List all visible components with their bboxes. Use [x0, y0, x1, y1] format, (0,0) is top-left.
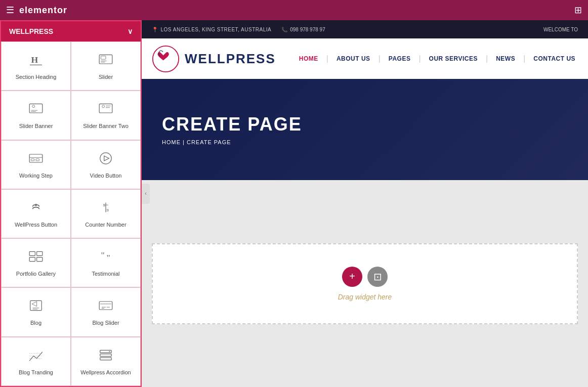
widgets-grid: HSection HeadingSliderSlider BannerSlide… [1, 41, 141, 386]
hero-breadcrumb: HOME | CREATE PAGE [162, 139, 568, 145]
svg-text:H: H [31, 55, 38, 65]
nav-link-home[interactable]: HOME [291, 55, 326, 62]
svg-rect-25 [29, 252, 35, 256]
canvas-area: + ⊡ Drag widget here [142, 180, 588, 387]
breadcrumb-home[interactable]: HOME [162, 139, 181, 145]
add-widget-button[interactable]: + [342, 267, 362, 287]
svg-point-11 [102, 105, 105, 108]
section-heading-label: Section Heading [16, 73, 57, 80]
svg-rect-46 [100, 354, 111, 356]
brand-logo-icon [152, 45, 180, 73]
svg-rect-10 [99, 104, 112, 113]
phone-text: 098 978 978 97 [290, 27, 325, 32]
wellpress-accordion-icon [98, 347, 114, 366]
brand: WELLPRESS [152, 45, 276, 73]
phone-info: 📞 098 978 978 97 [281, 27, 325, 32]
section-heading-icon: H [28, 52, 44, 70]
video-button-icon [98, 150, 114, 169]
widget-slider-banner-two[interactable]: Slider Banner Two [71, 91, 141, 140]
widget-wellpress-button[interactable]: WellPress Button [1, 189, 71, 238]
phone-icon: 📞 [281, 27, 287, 32]
blog-tranding-icon [28, 347, 44, 366]
main-layout: WELLPRESS ∨ HSection HeadingSliderSlider… [0, 20, 588, 387]
svg-rect-26 [37, 252, 43, 256]
nav-links: HOME|ABOUT US|PAGES|OUR SERVICES|NEWS|CO… [291, 54, 583, 63]
wellpress-button-label: WellPress Button [15, 221, 57, 228]
drag-text-pre: Drag [338, 293, 355, 301]
working-step-label: Working Step [19, 172, 53, 179]
drop-zone[interactable]: + ⊡ Drag widget here [152, 243, 578, 324]
svg-marker-19 [104, 156, 109, 161]
hero-title: CREATE PAGE [162, 114, 568, 135]
location-pin-icon: 📍 [152, 27, 158, 32]
widget-working-step[interactable]: Working Step [1, 140, 71, 189]
slider-banner-two-label: Slider Banner Two [83, 122, 129, 130]
blog-icon [28, 297, 44, 316]
blog-label: Blog [30, 319, 41, 326]
location-text: LOS ANGELES, KING STREET, AUSTRALIA [161, 27, 272, 32]
nav-link-pages[interactable]: PAGES [381, 55, 419, 62]
slider-banner-icon [28, 101, 44, 119]
svg-point-18 [100, 152, 111, 163]
slider-banner-two-icon [98, 101, 114, 119]
breadcrumb-current: CREATE PAGE [187, 139, 231, 145]
portfolio-gallery-icon [28, 248, 44, 267]
drop-buttons: + ⊡ [342, 267, 388, 287]
widget-slider-banner[interactable]: Slider Banner [1, 91, 71, 140]
svg-line-41 [37, 352, 43, 358]
folder-button[interactable]: ⊡ [367, 267, 388, 287]
sidebar: WELLPRESS ∨ HSection HeadingSliderSlider… [0, 20, 142, 387]
website-topbar: 📍 LOS ANGELES, KING STREET, AUSTRALIA 📞 … [142, 20, 588, 38]
svg-rect-34 [99, 302, 112, 310]
svg-rect-28 [37, 257, 43, 262]
widget-testimonial[interactable]: ""Testimonial [71, 238, 141, 287]
sidebar-header: WELLPRESS ∨ [1, 21, 141, 41]
nav-link-contact-us[interactable]: CONTACT US [525, 55, 583, 62]
svg-line-40 [33, 356, 36, 358]
widget-blog-tranding[interactable]: Blog Tranding [1, 337, 71, 386]
counter-number-label: Counter Number [85, 221, 126, 228]
testimonial-label: Testimonial [92, 270, 119, 277]
nav-link-our-services[interactable]: OUR SERVICES [421, 55, 486, 62]
counter-number-icon: 91 [98, 199, 114, 218]
video-button-label: Video Button [90, 172, 122, 179]
slider-icon [98, 52, 114, 70]
nav-bar: WELLPRESS HOME|ABOUT US|PAGES|OUR SERVIC… [142, 38, 588, 79]
slider-label: Slider [99, 73, 113, 80]
svg-rect-14 [29, 154, 43, 162]
collapse-handle[interactable]: ‹ [142, 184, 150, 204]
widget-wellpress-accordion[interactable]: Wellpress Accordion [71, 337, 141, 386]
widget-slider[interactable]: Slider [71, 41, 141, 91]
svg-line-49 [109, 352, 110, 352]
elementor-logo: elementor [19, 5, 67, 16]
widget-blog[interactable]: Blog [1, 287, 71, 336]
location-info: 📍 LOS ANGELES, KING STREET, AUSTRALIA [152, 27, 271, 32]
slider-banner-label: Slider Banner [19, 122, 53, 130]
svg-rect-17 [36, 158, 39, 160]
widget-counter-number[interactable]: 91Counter Number [71, 189, 141, 238]
brand-name: WELLPRESS [185, 51, 276, 67]
svg-text:1: 1 [103, 203, 105, 207]
svg-text:": " [107, 252, 110, 263]
testimonial-icon: "" [98, 248, 114, 267]
widget-section-heading[interactable]: HSection Heading [1, 41, 71, 91]
widget-video-button[interactable]: Video Button [71, 140, 141, 189]
sidebar-title: WELLPRESS [9, 27, 53, 35]
svg-rect-27 [29, 257, 35, 262]
content-area: 📍 LOS ANGELES, KING STREET, AUSTRALIA 📞 … [142, 20, 588, 387]
hamburger-icon[interactable]: ☰ [6, 5, 14, 16]
svg-rect-3 [101, 56, 106, 59]
drag-text-em: widget [355, 293, 375, 301]
svg-point-50 [153, 46, 179, 71]
svg-text:": " [101, 250, 104, 260]
grid-icon[interactable]: ⊞ [574, 5, 582, 16]
nav-link-about-us[interactable]: ABOUT US [328, 55, 379, 62]
hero-section: CREATE PAGE HOME | CREATE PAGE [142, 79, 588, 180]
svg-point-7 [32, 105, 35, 108]
widget-blog-slider[interactable]: Blog Slider [71, 287, 141, 336]
widget-portfolio-gallery[interactable]: Portfolio Gallery [1, 238, 71, 287]
wellpress-button-icon [28, 199, 44, 218]
welcome-text: WELCOME TO [543, 27, 578, 32]
nav-link-news[interactable]: NEWS [488, 55, 523, 62]
chevron-down-icon[interactable]: ∨ [128, 27, 133, 35]
